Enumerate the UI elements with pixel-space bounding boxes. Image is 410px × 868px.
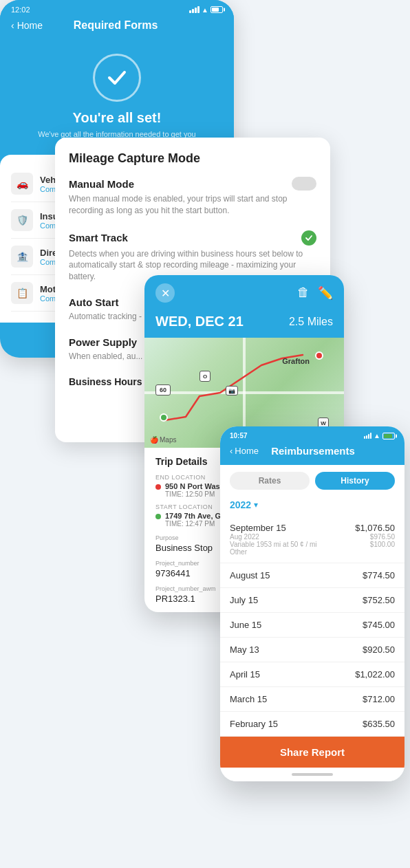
year-label: 2022 — [230, 499, 251, 510]
row-amount-february: $635.50 — [363, 719, 395, 729]
row-date-august: August 15 — [230, 570, 270, 581]
back-label-1: Home — [17, 20, 43, 31]
trip-miles: 2.5 Miles — [289, 316, 333, 328]
wifi-icon: ▲ — [202, 6, 208, 14]
reimb-time: 10:57 — [230, 432, 248, 440]
row-date-september: September 15 — [230, 523, 317, 533]
trip-info: WED, DEC 21 2.5 Miles — [144, 311, 344, 338]
battery-icon — [211, 6, 223, 13]
reimb-row-february[interactable]: February 15 $635.50 — [220, 712, 404, 737]
delete-icon[interactable]: 🗑 — [297, 285, 310, 301]
screen-reimbursements: 10:57 ▲ ‹ Home Reimbursements Rates Hist… — [220, 426, 404, 781]
home-bar — [292, 773, 333, 776]
map-city-label: Grafton — [282, 357, 310, 365]
end-dot — [155, 484, 161, 490]
map-end-marker — [315, 351, 323, 360]
reimb-status-bar: 10:57 ▲ — [220, 426, 404, 441]
reimb-list: September 15 Aug 2022 Variable 1953 mi a… — [220, 516, 404, 737]
row-sub-desc: Variable 1953 mi at 50 ¢ / mi — [230, 541, 317, 548]
smart-track-check — [301, 230, 316, 246]
vehicle-icon: 🚗 — [11, 173, 33, 195]
reimb-row-april[interactable]: April 15 $1,022.00 — [220, 662, 404, 687]
reimb-row-may[interactable]: May 13 $920.50 — [220, 638, 404, 662]
row-sub-detail: Variable 1953 mi at 50 ¢ / mi — [230, 541, 317, 548]
row-amount-september: $1,076.50 — [355, 523, 395, 533]
reimb-back-label: Home — [235, 446, 259, 456]
row-sub-amt2: $100.00 — [355, 541, 395, 548]
reimb-signal-icon — [364, 433, 371, 439]
hero-title: You're all set! — [73, 110, 162, 126]
row-sub-aug: Aug 2022 — [230, 533, 317, 541]
reimb-row-march[interactable]: March 15 $712.00 — [220, 687, 404, 712]
insurance-icon: 🛡️ — [11, 209, 33, 231]
hero-section: You're all set! We've got all the inform… — [0, 40, 234, 149]
row-date-february: February 15 — [230, 719, 278, 729]
map-sign-o: O — [199, 371, 211, 382]
row-sub-other-label: Other — [230, 548, 247, 556]
manual-mode-desc: When manual mode is enabled, your trips … — [69, 193, 316, 217]
row-amount-may: $920.50 — [363, 644, 395, 655]
row-amount-august: $774.50 — [363, 570, 395, 581]
row-date-march: March 15 — [230, 694, 267, 704]
reimb-row-august[interactable]: August 15 $774.50 — [220, 563, 404, 588]
reimb-wifi-icon: ▲ — [374, 432, 380, 440]
row-sub-amt1: $976.50 — [355, 533, 395, 541]
map-start-marker — [160, 413, 168, 422]
row-date-june: June 15 — [230, 620, 261, 630]
map-sign-cam: 📷 — [226, 386, 238, 395]
row-amount-june: $745.00 — [363, 620, 395, 630]
auto-start-label: Auto Start — [69, 296, 119, 308]
reimb-year-selector[interactable]: 2022 ▾ — [220, 497, 404, 516]
row-amount-april: $1,022.00 — [355, 669, 395, 680]
motor-icon: 📋 — [11, 282, 33, 304]
manual-mode-label: Manual Mode — [69, 178, 134, 190]
nav-bar-1: ‹ Home Required Forms — [0, 17, 234, 40]
home-indicator — [220, 768, 404, 781]
row-sub-other: Other — [230, 548, 317, 556]
edit-icon[interactable]: ✏️ — [318, 285, 333, 301]
map-sign-60: 60 — [155, 384, 171, 395]
share-report-button[interactable]: Share Report — [220, 737, 404, 768]
reimb-tabs: Rates History — [220, 465, 404, 497]
power-supply-label: Power Supply — [69, 336, 137, 348]
check-icon — [305, 234, 313, 242]
row-date-may: May 13 — [230, 644, 259, 655]
row-date-april: April 15 — [230, 669, 260, 680]
back-button-1[interactable]: ‹ Home — [11, 20, 43, 31]
row-date-july: July 15 — [230, 595, 258, 605]
reimb-battery-icon — [382, 433, 395, 440]
start-dot — [155, 514, 161, 519]
reimb-row-june[interactable]: June 15 $745.00 — [220, 613, 404, 638]
tab-rates[interactable]: Rates — [230, 472, 310, 490]
close-button[interactable]: ✕ — [155, 283, 175, 303]
status-time-1: 12:02 — [11, 6, 30, 14]
manual-mode-toggle[interactable] — [292, 177, 316, 191]
maps-label: Maps — [160, 436, 176, 444]
checkmark-icon — [105, 65, 129, 90]
direct-icon: 🏦 — [11, 246, 33, 268]
apple-maps-logo: 🍎 Maps — [150, 436, 176, 444]
row-amount-july: $752.50 — [363, 595, 395, 605]
checkmark-circle — [93, 54, 141, 102]
status-bar-1: 12:02 ▲ — [0, 0, 234, 17]
trip-header: ✕ 🗑 ✏️ — [144, 275, 344, 311]
reimb-nav-title: Reimbursements — [259, 445, 367, 457]
nav-title-1: Required Forms — [43, 19, 188, 32]
smart-track-label: Smart Track — [69, 232, 128, 243]
signal-icon — [189, 6, 199, 13]
reimb-status-icons: ▲ — [364, 432, 395, 440]
tab-history[interactable]: History — [315, 472, 395, 490]
reimb-row-september[interactable]: September 15 Aug 2022 Variable 1953 mi a… — [220, 516, 404, 563]
reimb-chevron-left: ‹ — [230, 446, 233, 456]
mileage-title: Mileage Capture Mode — [69, 151, 316, 166]
manual-mode-option: Manual Mode When manual mode is enabled,… — [69, 177, 316, 217]
status-icons-1: ▲ — [189, 6, 223, 14]
row-amount-march: $712.00 — [363, 694, 395, 704]
year-chevron-icon: ▾ — [254, 500, 258, 510]
reimb-back-button[interactable]: ‹ Home — [230, 446, 259, 456]
reimb-nav: ‹ Home Reimbursements — [220, 441, 404, 465]
reimb-row-july[interactable]: July 15 $752.50 — [220, 588, 404, 613]
chevron-left-icon: ‹ — [11, 20, 14, 31]
trip-actions: 🗑 ✏️ — [297, 285, 333, 301]
trip-date: WED, DEC 21 — [155, 314, 244, 329]
